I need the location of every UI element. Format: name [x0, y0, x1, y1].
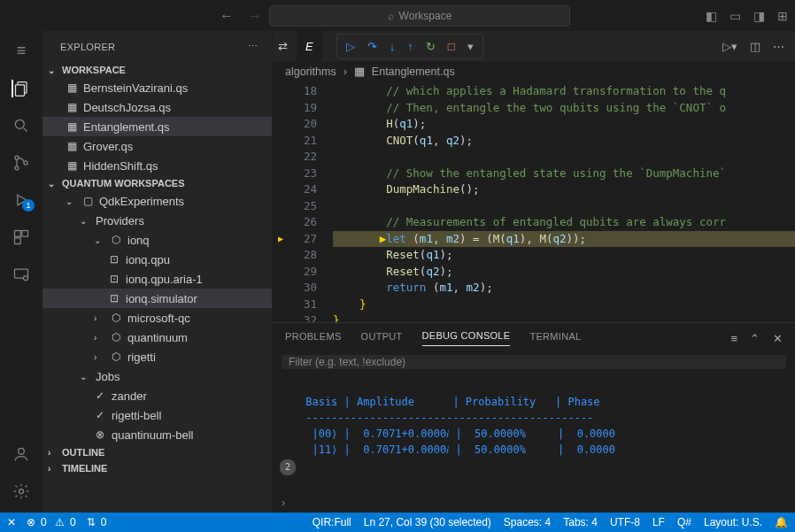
step-over-icon[interactable]: ↷	[367, 40, 377, 53]
layout-primary-icon[interactable]: ◧	[706, 9, 717, 23]
jobs-node[interactable]: ⌄Jobs	[42, 366, 272, 386]
file-Entanglement.qs[interactable]: ▦Entanglement.qs	[42, 117, 272, 136]
qir-status[interactable]: QIR:Full	[313, 516, 351, 528]
timeline-section[interactable]: ›TIMELINE	[42, 460, 272, 476]
svg-rect-9	[22, 231, 28, 237]
step-out-icon[interactable]: ↑	[407, 40, 413, 53]
svg-point-13	[19, 448, 25, 454]
debug-console-output: Basis | Amplitude | Probability | Phase …	[273, 374, 795, 493]
search-activity-icon[interactable]	[12, 117, 30, 135]
remote-status-icon[interactable]: ✕	[7, 516, 16, 528]
debug-repl-prompt[interactable]: ›	[273, 493, 795, 513]
nav-fwd-icon[interactable]: →	[248, 8, 262, 24]
minimap[interactable]	[728, 83, 795, 189]
file-BernsteinVazirani.qs[interactable]: ▦BernsteinVazirani.qs	[42, 78, 272, 97]
provider-quantinuum[interactable]: ›⬡quantinuum	[42, 328, 272, 347]
notifications-icon[interactable]: 🔔	[775, 516, 788, 528]
stop-icon[interactable]: □	[448, 40, 455, 53]
provider-microsoft-qc[interactable]: ›⬡microsoft-qc	[42, 308, 272, 328]
bottom-panel: PROBLEMSOUTPUTDEBUG CONSOLETERMINAL ≡ ⌃ …	[273, 322, 795, 513]
breadcrumb[interactable]: algorithms› ▦ Entanglement.qs	[273, 62, 795, 81]
target-ionq.qpu[interactable]: ⊡ionq.qpu	[42, 250, 272, 269]
svg-point-4	[15, 156, 19, 159]
debug-more-icon[interactable]: ▾	[467, 40, 474, 53]
svg-line-3	[24, 128, 27, 132]
sidebar-more-icon[interactable]: ⋯	[248, 41, 258, 52]
provider-ionq[interactable]: ⌄⬡ionq	[42, 230, 272, 250]
panel-maximize-icon[interactable]: ⌃	[750, 332, 760, 345]
workspace-section[interactable]: ⌄WORKSPACE	[42, 62, 272, 78]
svg-rect-1	[16, 85, 25, 96]
eol-status[interactable]: LF	[652, 516, 665, 528]
explorer-sidebar: EXPLORER ⋯ ⌄WORKSPACE ▦BernsteinVazirani…	[42, 31, 273, 513]
svg-rect-8	[15, 231, 21, 237]
problems-status[interactable]: ⊗ 0 ⚠ 0	[27, 516, 76, 528]
settings-gear-icon[interactable]	[12, 482, 30, 500]
svg-rect-10	[15, 238, 21, 244]
run-dropdown-icon[interactable]: ▷▾	[722, 40, 737, 53]
layout-secondary-icon[interactable]: ◨	[753, 9, 765, 23]
spaces-status[interactable]: Spaces: 4	[504, 516, 551, 528]
panel-tab-terminal[interactable]: TERMINAL	[529, 331, 581, 346]
restart-icon[interactable]: ↻	[426, 40, 436, 53]
svg-point-12	[24, 276, 28, 281]
repeat-count-badge: 2	[280, 459, 296, 475]
svg-point-5	[15, 166, 19, 170]
panel-filter-icon[interactable]: ≡	[730, 332, 737, 345]
file-HiddenShift.qs[interactable]: ▦HiddenShift.qs	[42, 156, 272, 175]
tab-entanglement[interactable]: E	[297, 31, 322, 62]
target-ionq.qpu.aria-1[interactable]: ⊡ionq.qpu.aria-1	[42, 269, 272, 289]
language-status[interactable]: Q#	[677, 516, 691, 528]
tab-bar: ⇄ E ▷ ↷ ↓ ↑ ↻ □ ▾ ▷▾ ◫ ⋯	[273, 31, 795, 62]
provider-rigetti[interactable]: ›⬡rigetti	[42, 347, 272, 366]
explorer-title: EXPLORER	[60, 42, 115, 52]
layout-status[interactable]: Layout: U.S.	[704, 516, 762, 528]
layout-panel-icon[interactable]: ▭	[729, 9, 741, 23]
outline-section[interactable]: ›OUTLINE	[42, 444, 272, 460]
tab-actions-icon[interactable]: ⇄	[278, 40, 288, 53]
panel-tab-output[interactable]: OUTPUT	[361, 331, 403, 346]
qws-root[interactable]: ⌄▢QdkExperiments	[42, 191, 272, 211]
remote-icon[interactable]	[12, 266, 30, 283]
editor-more-icon[interactable]: ⋯	[773, 40, 784, 53]
panel-tab-problems[interactable]: PROBLEMS	[285, 331, 342, 346]
title-bar: ← → ⌕ Workspace ◧ ▭ ◨ ⊞	[0, 0, 795, 31]
debug-toolbar: ▷ ↷ ↓ ↑ ↻ □ ▾	[336, 34, 483, 59]
command-center[interactable]: ⌕ Workspace	[269, 5, 570, 27]
panel-tab-debug-console[interactable]: DEBUG CONSOLE	[422, 330, 511, 346]
debug-filter-input[interactable]: Filter (e.g. text, !exclude)	[282, 355, 786, 369]
status-bar: ✕ ⊗ 0 ⚠ 0 ⇅ 0 QIR:Full Ln 27, Col 39 (30…	[0, 513, 795, 532]
file-DeutschJozsa.qs[interactable]: ▦DeutschJozsa.qs	[42, 97, 272, 117]
target-ionq.simulator[interactable]: ⊡ionq.simulator	[42, 289, 272, 308]
nav-back-icon[interactable]: ←	[220, 8, 234, 24]
code-editor[interactable]: 18 // which applies a Hadamard transform…	[273, 81, 795, 322]
cursor-status[interactable]: Ln 27, Col 39 (30 selected)	[364, 516, 491, 528]
continue-icon[interactable]: ▷	[346, 40, 355, 53]
source-control-icon[interactable]	[12, 154, 30, 172]
encoding-status[interactable]: UTF-8	[610, 516, 640, 528]
layout-custom-icon[interactable]: ⊞	[777, 9, 788, 23]
file-Grover.qs[interactable]: ▦Grover.qs	[42, 136, 272, 156]
svg-point-2	[15, 120, 24, 128]
search-icon: ⌕	[388, 10, 394, 22]
providers-node[interactable]: ⌄Providers	[42, 211, 272, 230]
svg-point-6	[24, 161, 27, 165]
activity-bar: ≡ 1	[0, 31, 42, 513]
split-editor-icon[interactable]: ◫	[750, 40, 760, 53]
step-into-icon[interactable]: ↓	[390, 40, 396, 53]
job-rigetti-bell[interactable]: ✓rigetti-bell	[42, 405, 272, 425]
quantum-workspaces-section[interactable]: ⌄QUANTUM WORKSPACES	[42, 175, 272, 191]
accounts-icon[interactable]	[12, 445, 30, 463]
extensions-icon[interactable]	[12, 228, 30, 246]
editor-area: ⇄ E ▷ ↷ ↓ ↑ ↻ □ ▾ ▷▾ ◫ ⋯ algorithms› ▦ E…	[273, 31, 795, 513]
menu-icon[interactable]: ≡	[17, 42, 27, 60]
explorer-icon[interactable]	[12, 80, 31, 97]
ports-status[interactable]: ⇅ 0	[87, 516, 107, 528]
run-debug-icon[interactable]: 1	[12, 191, 30, 209]
panel-close-icon[interactable]: ✕	[773, 332, 783, 345]
svg-point-14	[19, 490, 24, 494]
job-zander[interactable]: ✓zander	[42, 386, 272, 405]
tabs-status[interactable]: Tabs: 4	[563, 516, 598, 528]
job-quantinuum-bell[interactable]: ⊗quantinuum-bell	[42, 425, 272, 444]
